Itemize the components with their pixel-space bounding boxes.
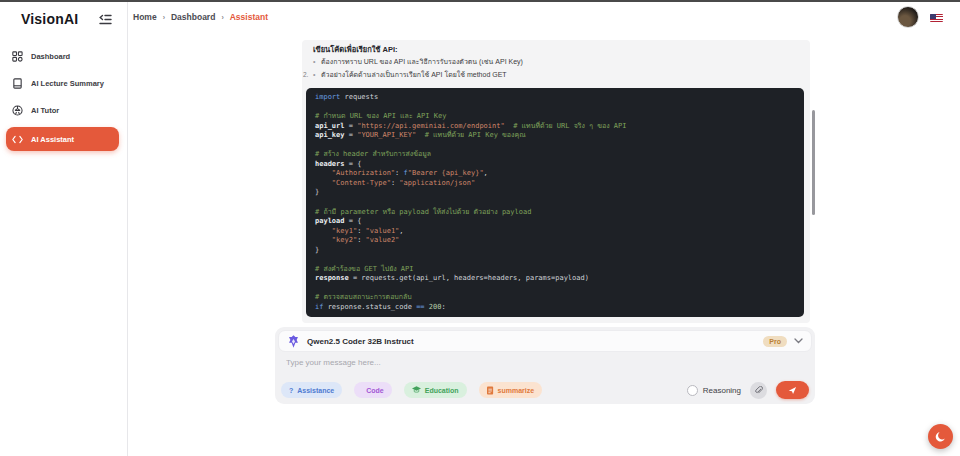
grid-icon: [12, 51, 23, 62]
sidebar-item-label: AI Assistant: [31, 135, 74, 144]
paperclip-icon: [754, 386, 763, 395]
qwen-logo-icon: [287, 335, 300, 348]
message-input[interactable]: [284, 357, 688, 368]
sidebar-item-label: AI Lecture Summary: [31, 79, 104, 88]
model-selector[interactable]: Qwen2.5 Coder 32B Instruct Pro: [278, 330, 812, 352]
chevron-down-icon: [794, 338, 803, 344]
sidebar: VisionAI Dashboard: [0, 2, 128, 456]
app-window: VisionAI Dashboard: [0, 0, 960, 456]
breadcrumb-home[interactable]: Home: [133, 12, 157, 22]
tag-assistance[interactable]: ?Assistance: [281, 382, 342, 398]
bullet-icon: •: [313, 58, 321, 65]
list-item-text: ต้องการทราบ URL ของ API และวิธีการรับรอง…: [321, 56, 523, 67]
reasoning-label: Reasoning: [703, 386, 741, 395]
send-icon: [788, 386, 797, 395]
sidebar-item-ai-lecture-summary[interactable]: AI Lecture Summary: [6, 74, 119, 92]
sidebar-item-label: Dashboard: [31, 52, 70, 61]
tag-summarize[interactable]: summarize: [479, 382, 543, 398]
graduation-cap-icon: [412, 386, 421, 394]
reasoning-toggle: Reasoning: [687, 385, 750, 396]
send-button[interactable]: [776, 381, 809, 399]
globe-icon: [12, 105, 23, 116]
breadcrumb-assistant[interactable]: Assistant: [230, 12, 268, 22]
question-icon: ?: [289, 387, 293, 394]
document-icon: [487, 386, 494, 395]
sidebar-item-dashboard[interactable]: Dashboard: [6, 47, 119, 65]
list-item: • ต้องการทราบ URL ของ API และวิธีการรับร…: [303, 56, 802, 69]
tag-label: Education: [425, 387, 459, 394]
vertical-scrollbar[interactable]: [812, 110, 815, 215]
chat-input-panel: Qwen2.5 Coder 32B Instruct Pro ?Assistan…: [275, 327, 815, 404]
sidebar-collapse-button[interactable]: [98, 13, 112, 26]
sidebar-item-ai-assistant[interactable]: AI Assistant: [6, 127, 119, 151]
sidebar-item-ai-tutor[interactable]: AI Tutor: [6, 101, 119, 119]
window-top-border: [0, 0, 960, 2]
chevron-right-icon: ›: [163, 14, 165, 21]
attach-file-button[interactable]: [750, 382, 767, 399]
user-avatar[interactable]: [897, 6, 919, 28]
breadcrumb: Home › Dashboard › Assistant: [133, 12, 268, 22]
sidebar-item-label: AI Tutor: [31, 106, 59, 115]
message-bullet-list: • ต้องการทราบ URL ของ API และวิธีการรับร…: [303, 56, 802, 82]
collapse-sidebar-icon: [99, 11, 112, 29]
list-item-text: ตัวอย่างโค้ดด้านล่างเป็นการเรียกใช้ API …: [321, 69, 507, 80]
language-flag-us-icon[interactable]: [930, 14, 943, 22]
book-icon: [12, 78, 23, 89]
chevron-right-icon: ›: [221, 14, 223, 21]
tag-label: summarize: [498, 387, 535, 394]
dark-mode-toggle-button[interactable]: [928, 424, 953, 449]
model-name: Qwen2.5 Coder 32B Instruct: [307, 337, 414, 346]
assistant-message-panel: เขียนโค้ดเพื่อเรียกใช้ API: • ต้องการทรา…: [302, 40, 810, 323]
bullet-icon: •: [313, 71, 321, 78]
code-icon: [12, 134, 23, 145]
message-heading: เขียนโค้ดเพื่อเรียกใช้ API:: [313, 43, 398, 55]
code-block[interactable]: import requests # กำหนด URL ของ API และ …: [306, 88, 804, 317]
quick-tags-row: ?AssistanceCodeEducationsummarize Reason…: [281, 381, 809, 399]
breadcrumb-dashboard[interactable]: Dashboard: [171, 12, 215, 22]
list-number: 2.: [303, 71, 313, 78]
tag-label: Assistance: [297, 387, 334, 394]
list-item: 2. • ตัวอย่างโค้ดด้านล่างเป็นการเรียกใช้…: [303, 69, 802, 82]
tag-education[interactable]: Education: [404, 382, 467, 398]
tag-label: Code: [366, 387, 384, 394]
tag-code[interactable]: Code: [354, 382, 392, 398]
reasoning-checkbox[interactable]: [687, 385, 698, 396]
app-logo: VisionAI: [21, 11, 78, 27]
moon-icon: [935, 431, 947, 443]
pro-badge: Pro: [763, 336, 787, 347]
